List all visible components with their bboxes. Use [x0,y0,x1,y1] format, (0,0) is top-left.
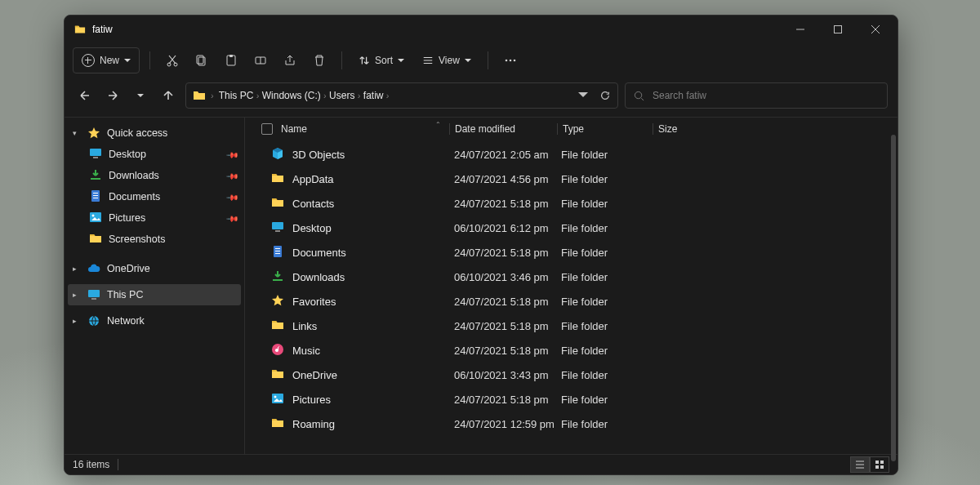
file-type: File folder [556,345,651,357]
sidebar-item-documents[interactable]: Documents📌 [65,186,244,207]
file-list[interactable]: 3D Objects24/07/2021 2:05 amFile folderA… [245,140,898,454]
table-row[interactable]: Favorites24/07/2021 5:18 pmFile folder [245,289,898,314]
chevron-right-icon: › [211,91,214,100]
sidebar-item-quick-access[interactable]: ▾ Quick access [65,122,244,144]
download-icon [89,168,102,184]
refresh-icon[interactable] [599,90,611,101]
table-row[interactable]: 3D Objects24/07/2021 2:05 amFile folder [245,142,898,167]
folder-icon [271,367,284,383]
sidebar-item-this-pc[interactable]: ▸ This PC [68,284,241,305]
svg-rect-23 [91,298,96,300]
svg-rect-20 [90,212,101,222]
pin-icon: 📌 [226,211,239,225]
column-size[interactable]: Size [658,123,677,135]
address-bar-row: › This PC › Windows (C:) › Users › fatiw… [65,78,898,117]
chevron-down-icon [124,57,131,64]
sidebar-item-label: Screenshots [109,234,165,245]
file-name: Contacts [292,198,334,210]
search-box[interactable] [625,82,888,109]
nav-forward-button[interactable] [102,85,123,106]
sidebar-item-network[interactable]: ▸ Network [65,310,244,331]
nav-up-button[interactable] [158,85,179,106]
file-type: File folder [556,173,651,185]
download-icon [271,269,284,285]
close-button[interactable] [857,16,894,43]
file-type: File folder [556,369,651,381]
chevron-down-icon[interactable] [578,90,588,100]
sidebar-item-downloads[interactable]: Downloads📌 [65,165,244,186]
breadcrumb-segment[interactable]: fatiw [363,90,384,101]
breadcrumb-segment[interactable]: Windows (C:) [262,90,321,101]
more-button[interactable] [498,48,523,73]
view-details-button[interactable] [850,456,870,473]
svg-rect-14 [93,157,98,158]
paste-button[interactable] [219,48,243,73]
chevron-right-icon: ▸ [73,317,81,325]
sidebar-item-pictures[interactable]: Pictures📌 [65,207,244,229]
view-thumbnails-button[interactable] [870,456,889,473]
column-headers[interactable]: Name⌃ Date modified Type Size [245,118,898,140]
explorer-window: fatiw New Sort View [64,15,898,475]
minimize-button[interactable] [782,16,819,43]
view-button[interactable]: View [416,48,478,73]
sidebar-item-label: Pictures [109,212,145,224]
titlebar[interactable]: fatiw [65,16,898,43]
file-type: File folder [556,271,651,283]
star-icon [271,294,284,309]
sidebar: ▾ Quick access Desktop📌Downloads📌Documen… [65,118,245,454]
svg-rect-29 [275,251,280,251]
scrollbar[interactable] [891,135,896,461]
file-name: Desktop [292,222,332,234]
breadcrumb-segment[interactable]: This PC [219,90,254,101]
copy-button[interactable] [189,48,214,73]
table-row[interactable]: Contacts24/07/2021 5:18 pmFile folder [245,191,898,216]
svg-rect-15 [91,178,100,180]
column-date[interactable]: Date modified [455,123,515,135]
file-name: Pictures [292,394,331,406]
svg-point-11 [514,60,516,62]
table-row[interactable]: Desktop06/10/2021 6:12 pmFile folder [245,216,898,240]
pin-icon: 📌 [226,169,239,182]
chevron-down-icon: ▾ [73,129,81,137]
nav-back-button[interactable] [74,85,96,106]
table-row[interactable]: Downloads06/10/2021 3:46 pmFile folder [245,265,898,289]
search-input[interactable] [651,89,879,102]
pictures-icon [271,392,284,407]
nav-recent-button[interactable] [130,85,151,106]
column-name[interactable]: Name [281,123,307,135]
svg-rect-30 [275,253,280,254]
breadcrumb-segment[interactable]: Users [329,90,354,101]
delete-button[interactable] [307,48,332,73]
rename-button[interactable] [248,48,273,73]
new-label: New [100,55,119,66]
chevron-right-icon: ▸ [73,291,81,299]
file-date: 24/07/2021 5:18 pm [449,345,556,357]
svg-rect-38 [880,465,884,469]
table-row[interactable]: AppData24/07/2021 4:56 pmFile folder [245,167,898,191]
file-date: 06/10/2021 6:12 pm [449,222,556,234]
share-button[interactable] [278,48,302,73]
table-row[interactable]: Roaming24/07/2021 12:59 pmFile folder [245,412,898,436]
file-date: 24/07/2021 5:18 pm [449,320,556,332]
sort-button[interactable]: Sort [352,48,411,73]
address-bar[interactable]: › This PC › Windows (C:) › Users › fatiw… [185,82,618,109]
cut-button[interactable] [160,48,185,73]
sidebar-item-label: Network [107,315,145,327]
select-all-checkbox[interactable] [261,123,273,135]
table-row[interactable]: Pictures24/07/2021 5:18 pmFile folder [245,387,898,412]
cloud-icon [87,262,100,275]
sidebar-item-desktop[interactable]: Desktop📌 [65,144,244,165]
table-row[interactable]: Documents24/07/2021 5:18 pmFile folder [245,240,898,265]
sidebar-item-screenshots[interactable]: Screenshots [65,229,244,250]
table-row[interactable]: Music24/07/2021 5:18 pmFile folder [245,338,898,363]
column-type[interactable]: Type [563,123,584,135]
svg-rect-17 [93,193,98,194]
breadcrumb[interactable]: This PC › Windows (C:) › Users › fatiw › [219,90,390,101]
table-row[interactable]: OneDrive06/10/2021 3:43 pmFile folder [245,363,898,387]
folder-icon [74,24,86,35]
table-row[interactable]: Links24/07/2021 5:18 pmFile folder [245,314,898,338]
new-button[interactable]: New [73,47,140,73]
maximize-button[interactable] [819,16,857,43]
sidebar-item-onedrive[interactable]: ▸ OneDrive [65,258,244,279]
pin-icon: 📌 [226,148,239,161]
